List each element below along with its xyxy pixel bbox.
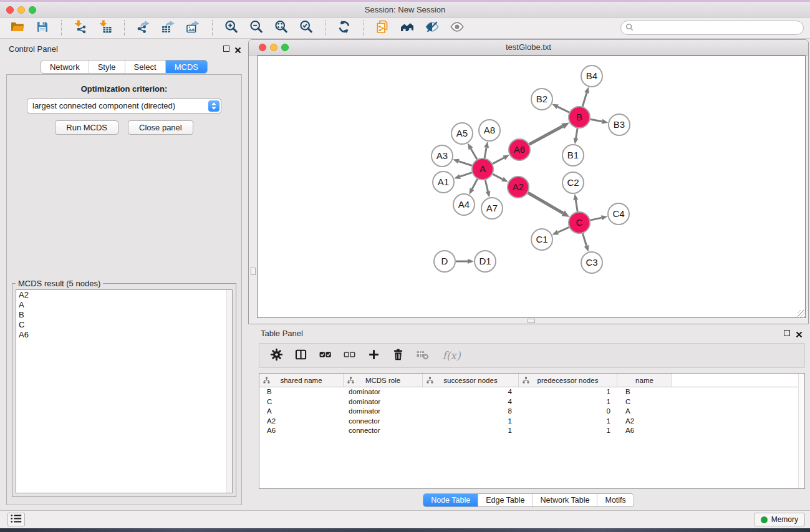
node-B4[interactable]: B4 xyxy=(581,65,602,87)
criterion-select[interactable]: largest connected component (directed) xyxy=(27,99,221,114)
node-B1[interactable]: B1 xyxy=(562,145,584,166)
export-network-button[interactable] xyxy=(131,19,156,37)
edge-A-A4[interactable] xyxy=(472,179,478,189)
apply-layout-button[interactable] xyxy=(332,19,357,37)
result-item-a6[interactable]: A6 xyxy=(16,330,232,340)
deselect-all-button[interactable] xyxy=(342,348,357,363)
close-panel-button[interactable]: Close panel xyxy=(128,120,193,135)
edge-A-A2[interactable] xyxy=(493,174,503,179)
column-header-shared-name[interactable]: shared name xyxy=(259,374,344,387)
close-panel-icon[interactable] xyxy=(234,45,241,52)
edge-B-B2[interactable] xyxy=(557,107,569,112)
network-vertical-scrollbar[interactable] xyxy=(249,56,257,318)
add-column-button[interactable] xyxy=(366,348,381,363)
tab-network[interactable]: Network xyxy=(41,60,89,73)
edge-A-A8[interactable] xyxy=(485,148,486,158)
node-D1[interactable]: D1 xyxy=(475,251,496,272)
node-A6[interactable]: A6 xyxy=(509,139,530,160)
node-A2[interactable]: A2 xyxy=(508,177,529,198)
edge-C-C4[interactable] xyxy=(591,218,602,220)
node-C2[interactable]: C2 xyxy=(562,172,584,193)
network-minimize-button[interactable] xyxy=(270,44,277,51)
tab-node-table[interactable]: Node Table xyxy=(423,494,478,506)
edge-B-B3[interactable] xyxy=(591,119,602,122)
edge-A6-B[interactable] xyxy=(529,126,563,144)
tab-select[interactable]: Select xyxy=(125,60,165,73)
new-network-from-selection-button[interactable] xyxy=(370,19,395,37)
vertical-scroll-thumb[interactable] xyxy=(251,268,256,275)
edge-C-C1[interactable] xyxy=(558,227,569,232)
edge-A-A1[interactable] xyxy=(460,173,472,177)
edge-A-A3[interactable] xyxy=(459,162,472,166)
node-C[interactable]: C xyxy=(569,212,590,233)
function-builder-button[interactable]: f(x) xyxy=(439,348,464,363)
table-row-b[interactable]: Bdominator41B xyxy=(259,387,804,397)
open-file-button[interactable] xyxy=(5,19,30,37)
settings-button[interactable] xyxy=(269,348,284,363)
edge-A2-C[interactable] xyxy=(528,193,564,213)
select-all-button[interactable] xyxy=(317,348,332,363)
zoom-out-button[interactable] xyxy=(244,19,269,37)
column-header-name[interactable]: name xyxy=(617,374,672,387)
column-header-MCDS-role[interactable]: MCDS role xyxy=(344,374,423,387)
tab-style[interactable]: Style xyxy=(89,60,125,73)
edge-C-C2[interactable] xyxy=(576,200,577,212)
table-row-c[interactable]: Cdominator41C xyxy=(259,397,804,407)
column-header-successor-nodes[interactable]: successor nodes xyxy=(423,374,519,387)
zoom-fit-button[interactable] xyxy=(269,19,294,37)
search-input[interactable] xyxy=(636,22,803,34)
close-table-panel-icon[interactable] xyxy=(796,329,803,336)
export-table-button[interactable] xyxy=(156,19,181,37)
node-A[interactable]: A xyxy=(472,158,493,180)
table-row-a2[interactable]: A2connector11A2 xyxy=(259,417,804,427)
network-horizontal-scrollbar[interactable] xyxy=(257,318,806,324)
column-header-predecessor-nodes[interactable]: predecessor nodes xyxy=(519,374,617,387)
home-button[interactable] xyxy=(395,19,420,37)
node-A4[interactable]: A4 xyxy=(453,194,475,215)
zoom-window-button[interactable] xyxy=(29,6,36,14)
import-network-button[interactable] xyxy=(68,19,93,37)
result-item-c[interactable]: C xyxy=(16,320,232,330)
tab-motifs[interactable]: Motifs xyxy=(597,494,633,506)
run-mcds-button[interactable]: Run MCDS xyxy=(55,120,118,135)
edge-C-C3[interactable] xyxy=(582,233,586,246)
node-A1[interactable]: A1 xyxy=(433,172,454,193)
node-A8[interactable]: A8 xyxy=(479,120,500,141)
node-C3[interactable]: C3 xyxy=(581,252,602,273)
delete-table-button[interactable] xyxy=(415,348,430,363)
node-B[interactable]: B xyxy=(569,107,590,128)
edge-B-B1[interactable] xyxy=(576,128,578,138)
table-scrollbar[interactable] xyxy=(798,374,804,488)
horizontal-scroll-thumb[interactable] xyxy=(528,319,535,323)
node-C4[interactable]: C4 xyxy=(608,203,629,225)
result-list-scrollbar[interactable] xyxy=(226,290,232,493)
resize-grip-icon[interactable] xyxy=(798,310,806,318)
task-history-button[interactable] xyxy=(7,513,25,526)
split-view-button[interactable] xyxy=(293,348,308,363)
edge-B-B4[interactable] xyxy=(582,93,587,107)
zoom-in-button[interactable] xyxy=(219,19,244,37)
export-image-button[interactable] xyxy=(181,19,206,37)
node-A5[interactable]: A5 xyxy=(451,123,473,144)
save-session-button[interactable] xyxy=(30,19,55,37)
result-item-a2[interactable]: A2 xyxy=(16,290,232,300)
result-item-a[interactable]: A xyxy=(16,300,232,310)
edge-A-A6[interactable] xyxy=(493,158,504,164)
table-row-a[interactable]: Adominator80A xyxy=(259,407,804,417)
tab-mcds[interactable]: MCDS xyxy=(165,60,207,73)
search-box[interactable] xyxy=(620,21,804,35)
memory-button[interactable]: Memory xyxy=(754,513,805,526)
network-canvas[interactable]: B4 B2 B B3 A8 A5 A6 B1 A3 A A1 C2 A2 A4 … xyxy=(257,56,806,318)
hide-selected-button[interactable] xyxy=(420,19,445,37)
close-window-button[interactable] xyxy=(6,6,14,14)
float-table-panel-icon[interactable] xyxy=(784,330,790,336)
tab-edge-table[interactable]: Edge Table xyxy=(478,494,532,506)
node-A3[interactable]: A3 xyxy=(432,145,453,167)
network-close-button[interactable] xyxy=(259,44,266,51)
node-C1[interactable]: C1 xyxy=(531,229,552,250)
node-A7[interactable]: A7 xyxy=(481,198,503,219)
node-D[interactable]: D xyxy=(434,251,455,272)
node-B2[interactable]: B2 xyxy=(531,89,552,110)
show-all-button[interactable] xyxy=(445,19,470,37)
result-item-b[interactable]: B xyxy=(16,310,232,320)
